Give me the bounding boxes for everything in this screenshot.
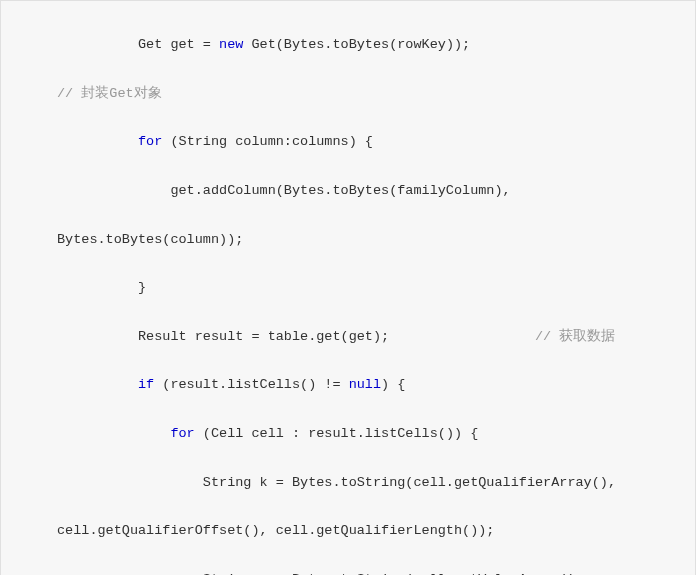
code-line: for (Cell cell : result.listCells()) { bbox=[1, 422, 695, 446]
keyword-for: for bbox=[138, 134, 162, 149]
code-line: cell.getQualifierOffset(), cell.getQuali… bbox=[1, 519, 695, 543]
code-line: Result result = table.get(get); // 获取数据 bbox=[1, 325, 695, 349]
code-text: Bytes.toBytes(column)); bbox=[57, 232, 243, 247]
code-text: (Cell cell : result.listCells()) { bbox=[195, 426, 479, 441]
indent bbox=[57, 426, 170, 441]
comment: // 封装Get对象 bbox=[57, 86, 162, 101]
code-text: } bbox=[57, 280, 146, 295]
code-line: Get get = new Get(Bytes.toBytes(rowKey))… bbox=[1, 33, 695, 57]
code-text: Get get = bbox=[138, 37, 219, 52]
code-text: ) { bbox=[381, 377, 405, 392]
keyword-if: if bbox=[138, 377, 154, 392]
code-line: for (String column:columns) { bbox=[1, 130, 695, 154]
keyword-new: new bbox=[219, 37, 243, 52]
comment: // 获取数据 bbox=[535, 329, 615, 344]
code-line: String v = Bytes.toString(cell.getValueA… bbox=[1, 568, 695, 575]
code-text: cell.getQualifierOffset(), cell.getQuali… bbox=[57, 523, 494, 538]
code-block: Get get = new Get(Bytes.toBytes(rowKey))… bbox=[0, 0, 696, 575]
code-text: (String column:columns) { bbox=[162, 134, 373, 149]
code-line: if (result.listCells() != null) { bbox=[1, 373, 695, 397]
code-text: Result result = table.get(get); bbox=[57, 329, 535, 344]
indent bbox=[57, 37, 138, 52]
indent bbox=[57, 377, 138, 392]
code-text: get.addColumn(Bytes.toBytes(familyColumn… bbox=[57, 183, 511, 198]
code-text: String k = Bytes.toString(cell.getQualif… bbox=[57, 475, 616, 490]
code-line: Bytes.toBytes(column)); bbox=[1, 228, 695, 252]
code-line: // 封装Get对象 bbox=[1, 82, 695, 106]
code-line: get.addColumn(Bytes.toBytes(familyColumn… bbox=[1, 179, 695, 203]
indent bbox=[57, 134, 138, 149]
code-text: Get(Bytes.toBytes(rowKey)); bbox=[243, 37, 470, 52]
code-line: } bbox=[1, 276, 695, 300]
code-text: (result.listCells() != bbox=[154, 377, 348, 392]
code-line: String k = Bytes.toString(cell.getQualif… bbox=[1, 471, 695, 495]
keyword-for: for bbox=[170, 426, 194, 441]
keyword-null: null bbox=[349, 377, 381, 392]
